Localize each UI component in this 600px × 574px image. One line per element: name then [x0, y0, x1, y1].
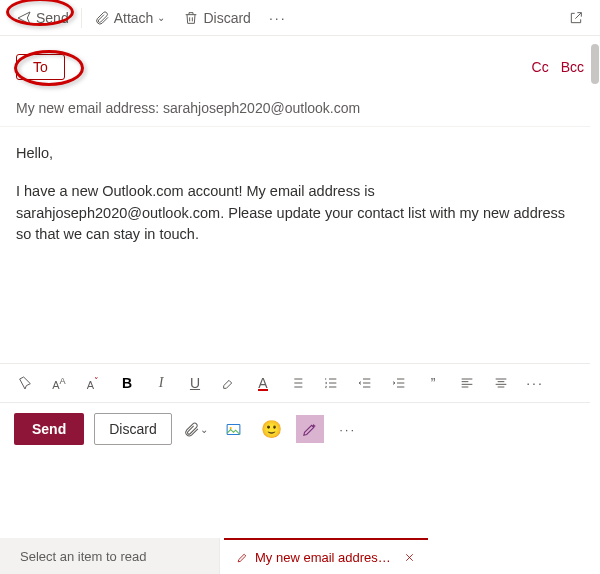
send-label: Send [36, 10, 69, 26]
recipients-row: To Cc Bcc [0, 50, 600, 90]
quote-button[interactable]: ” [420, 370, 446, 396]
bullet-list-icon [289, 375, 305, 391]
trash-icon [183, 10, 199, 26]
font-color-button[interactable]: A [250, 370, 276, 396]
italic-button[interactable]: I [148, 370, 174, 396]
send-icon [16, 10, 32, 26]
number-list-icon [323, 375, 339, 391]
subject-field[interactable]: My new email address: sarahjoseph2020@ou… [0, 90, 600, 127]
popout-icon [568, 10, 584, 26]
compose-toolbar: Send Attach ⌄ Discard ··· [0, 0, 600, 36]
indent-icon [391, 375, 407, 391]
attach-label: Attach [114, 10, 154, 26]
highlight-icon [221, 375, 237, 391]
bullet-list-button[interactable] [284, 370, 310, 396]
align-center-button[interactable] [488, 370, 514, 396]
discard-button[interactable]: Discard [94, 413, 171, 445]
number-list-button[interactable] [318, 370, 344, 396]
chevron-down-icon: ⌄ [157, 12, 165, 23]
message-body[interactable]: Hello, I have a new Outlook.com account!… [0, 127, 600, 363]
body-paragraph: I have a new Outlook.com account! My ema… [16, 181, 584, 246]
outdent-icon [357, 375, 373, 391]
edit-icon [236, 551, 249, 564]
bottom-tab-bar: Select an item to read My new email addr… [0, 538, 600, 574]
format-painter-icon [17, 375, 33, 391]
body-greeting: Hello, [16, 143, 584, 165]
to-button[interactable]: To [16, 54, 65, 80]
close-icon[interactable] [403, 551, 416, 564]
send-button-top[interactable]: Send [10, 6, 75, 30]
pen-sparkle-icon [301, 421, 318, 438]
popout-button[interactable] [562, 6, 590, 30]
format-toolbar: AA A˅ B I U A ” ··· [0, 363, 600, 403]
reading-pane-placeholder: Select an item to read [0, 538, 220, 574]
font-superscript-button[interactable]: AA [46, 370, 72, 396]
underline-button[interactable]: U [182, 370, 208, 396]
emoji-button[interactable]: 🙂 [258, 415, 286, 443]
attach-button[interactable]: ⌄ [182, 415, 210, 443]
actions-more-button[interactable]: ··· [334, 415, 362, 443]
paperclip-icon [94, 10, 110, 26]
cc-link[interactable]: Cc [532, 59, 549, 75]
indent-button[interactable] [386, 370, 412, 396]
send-button[interactable]: Send [14, 413, 84, 445]
more-button-top[interactable]: ··· [263, 6, 293, 30]
format-more-button[interactable]: ··· [522, 370, 548, 396]
signature-button[interactable] [296, 415, 324, 443]
align-left-button[interactable] [454, 370, 480, 396]
draft-tab-label: My new email addres… [255, 550, 391, 565]
align-left-icon [459, 375, 475, 391]
insert-image-button[interactable] [220, 415, 248, 443]
highlight-button[interactable] [216, 370, 242, 396]
format-painter-button[interactable] [12, 370, 38, 396]
discard-button-top[interactable]: Discard [177, 6, 256, 30]
bcc-link[interactable]: Bcc [561, 59, 584, 75]
discard-label: Discard [203, 10, 250, 26]
image-icon [225, 421, 242, 438]
compose-actions: Send Discard ⌄ 🙂 ··· [0, 403, 600, 463]
outdent-button[interactable] [352, 370, 378, 396]
paperclip-icon [183, 421, 200, 438]
align-center-icon [493, 375, 509, 391]
toolbar-separator [81, 8, 82, 28]
draft-tab[interactable]: My new email addres… [224, 538, 428, 574]
scrollbar-thumb[interactable] [591, 44, 599, 84]
emoji-icon: 🙂 [261, 419, 282, 440]
font-size-button[interactable]: A˅ [80, 370, 106, 396]
scrollbar-track[interactable] [590, 44, 600, 504]
chevron-down-icon: ⌄ [200, 424, 208, 435]
attach-button-top[interactable]: Attach ⌄ [88, 6, 172, 30]
bold-button[interactable]: B [114, 370, 140, 396]
